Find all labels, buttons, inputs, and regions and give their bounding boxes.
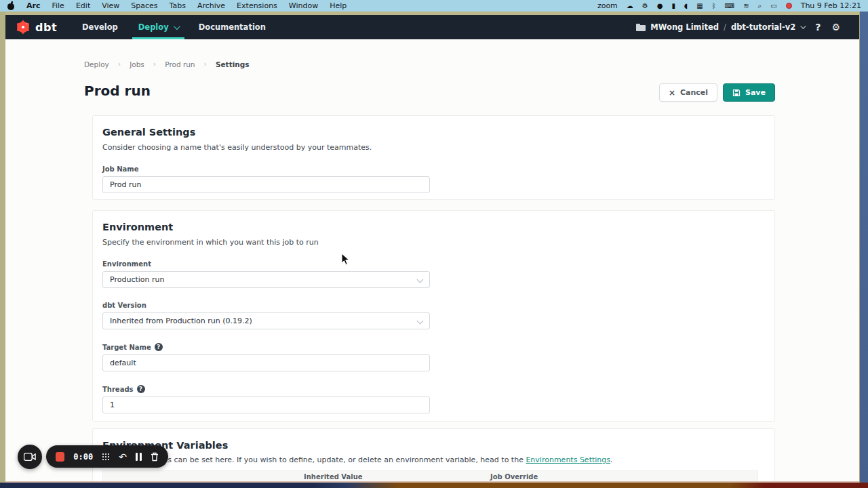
- menubar-item-arc[interactable]: Arc: [26, 1, 40, 10]
- job-name-label: Job Name: [102, 165, 430, 173]
- nav-develop-label: Develop: [82, 22, 118, 32]
- general-settings-title: General Settings: [102, 127, 765, 138]
- wifi-icon[interactable]: ≋: [743, 3, 749, 9]
- volume-icon[interactable]: ◖: [684, 3, 688, 9]
- main-nav: Develop Deploy Documentation: [75, 15, 273, 39]
- environments-settings-link[interactable]: Environments Settings: [526, 455, 610, 464]
- input-source-icon[interactable]: ⌨: [725, 3, 734, 9]
- settings-icon[interactable]: ⚙: [642, 3, 648, 9]
- help-button[interactable]: ?: [815, 22, 821, 33]
- pause-recording-icon[interactable]: [136, 453, 142, 461]
- save-icon: [732, 89, 741, 97]
- menubar-item-file[interactable]: File: [52, 1, 64, 10]
- menubar-item-edit[interactable]: Edit: [76, 1, 90, 10]
- target-name-label: Target Name ?: [102, 343, 430, 351]
- battery-icon[interactable]: ▮: [672, 3, 676, 9]
- screen: Arc File Edit View Spaces Tabs Archive E…: [0, 0, 868, 488]
- breadcrumb-settings: Settings: [216, 60, 250, 68]
- camera-toggle-button[interactable]: [18, 445, 42, 469]
- environment-variables-card: Environment Variables Job-level override…: [92, 428, 775, 483]
- target-name-label-text: Target Name: [102, 344, 151, 351]
- folder-icon: [636, 24, 646, 31]
- cancel-label: Cancel: [680, 88, 708, 97]
- menubar-item-spaces[interactable]: Spaces: [131, 1, 157, 10]
- environment-title: Environment: [102, 222, 765, 232]
- menubar-item-window[interactable]: Window: [289, 1, 318, 10]
- breadcrumb: Deploy › Jobs › Prod run › Settings: [84, 60, 250, 68]
- breadcrumb-separator-icon: ›: [204, 60, 207, 68]
- display-icon[interactable]: ▭: [770, 3, 776, 9]
- record-indicator-icon[interactable]: [786, 3, 792, 9]
- target-name-field: Target Name ?: [102, 343, 430, 371]
- dbt-version-label: dbt Version: [102, 302, 430, 309]
- dbt-brand[interactable]: dbt: [15, 19, 57, 35]
- delete-recording-icon[interactable]: [151, 452, 159, 462]
- general-settings-card: General Settings Consider choosing a nam…: [92, 115, 775, 200]
- breadcrumb-jobs[interactable]: Jobs: [130, 60, 144, 68]
- target-name-input[interactable]: [102, 354, 430, 371]
- project-name: dbt-tutorial-v2: [731, 22, 795, 32]
- dbt-logo-icon: [15, 19, 31, 35]
- action-bar: × Cancel Save: [659, 83, 775, 102]
- nav-documentation-label: Documentation: [199, 22, 266, 32]
- stop-recording-button[interactable]: [56, 452, 64, 462]
- breadcrumb-prod-run[interactable]: Prod run: [165, 60, 195, 68]
- gear-button[interactable]: ⚙: [831, 22, 840, 33]
- nav-deploy[interactable]: Deploy: [131, 15, 186, 39]
- environment-select-field: Environment Production run: [102, 260, 430, 288]
- do-not-disturb-icon[interactable]: ●: [657, 3, 663, 9]
- menubar-item-archive[interactable]: Archive: [197, 1, 225, 10]
- environment-subtitle: Specify the environment in which you wan…: [102, 238, 765, 247]
- recording-timer: 0:00: [73, 452, 93, 462]
- spotlight-icon[interactable]: ⌕: [758, 3, 762, 9]
- general-settings-subtitle: Consider choosing a name that's easily u…: [102, 143, 765, 152]
- job-name-field: Job Name: [102, 165, 430, 193]
- save-button[interactable]: Save: [723, 83, 775, 102]
- env-vars-col-override: Job Override: [490, 473, 757, 481]
- environment-select[interactable]: Production run: [102, 271, 430, 288]
- menubar-item-extensions[interactable]: Extensions: [237, 1, 277, 10]
- job-name-input[interactable]: [102, 176, 430, 193]
- dbt-version-field: dbt Version Inherited from Production ru…: [102, 302, 430, 329]
- env-vars-col-inherited: Inherited Value: [304, 473, 490, 481]
- environment-card: Environment Specify the environment in w…: [92, 210, 775, 422]
- close-icon: ×: [669, 88, 675, 98]
- nav-deploy-label: Deploy: [138, 22, 169, 32]
- bluetooth-icon[interactable]: ᛒ: [712, 3, 716, 9]
- environment-variables-title: Environment Variables: [102, 440, 765, 451]
- help-icon[interactable]: ?: [155, 343, 163, 351]
- nav-documentation[interactable]: Documentation: [191, 15, 273, 39]
- dbt-cloud-window: dbt Develop Deploy Documentation MWong L…: [5, 15, 859, 483]
- account-project-switcher[interactable]: MWong Limited / dbt-tutorial-v2: [636, 22, 804, 32]
- page-title: Prod run: [84, 83, 151, 99]
- menubar-clock[interactable]: Thu 9 Feb 12:21: [801, 1, 861, 10]
- cancel-button[interactable]: × Cancel: [659, 83, 717, 102]
- chevron-down-icon: [174, 23, 180, 30]
- breadcrumb-deploy[interactable]: Deploy: [84, 60, 109, 68]
- dbt-version-value: Inherited from Production run (0.19.2): [110, 317, 252, 325]
- nav-develop[interactable]: Develop: [75, 15, 125, 39]
- menubar-item-tabs[interactable]: Tabs: [170, 1, 186, 10]
- brand-name: dbt: [35, 21, 57, 34]
- environment-select-value: Production run: [110, 275, 165, 284]
- cloud-icon[interactable]: ☁: [627, 3, 633, 9]
- restart-recording-icon[interactable]: ↶: [119, 452, 127, 462]
- calendar-icon[interactable]: ▦: [696, 3, 703, 9]
- save-label: Save: [745, 88, 766, 97]
- dbt-version-select[interactable]: Inherited from Production run (0.19.2): [102, 312, 430, 329]
- apple-menu-icon[interactable]: [7, 2, 15, 10]
- video-camera-icon: [24, 452, 36, 462]
- chevron-down-icon: [417, 277, 424, 283]
- recorder-toolbar: 0:00 ↶: [46, 445, 168, 468]
- zoom-menu-item[interactable]: zoom: [597, 1, 618, 10]
- drag-handle-icon[interactable]: [102, 453, 110, 461]
- desktop-wallpaper-left: [0, 12, 5, 488]
- help-icon[interactable]: ?: [137, 385, 145, 393]
- environment-select-label: Environment: [102, 260, 430, 268]
- threads-input[interactable]: [102, 396, 430, 413]
- account-name: MWong Limited: [650, 22, 719, 32]
- menubar-item-view[interactable]: View: [102, 1, 119, 10]
- breadcrumb-separator-icon: ›: [118, 60, 121, 68]
- menubar-item-help[interactable]: Help: [330, 1, 347, 10]
- threads-label-text: Threads: [102, 386, 134, 393]
